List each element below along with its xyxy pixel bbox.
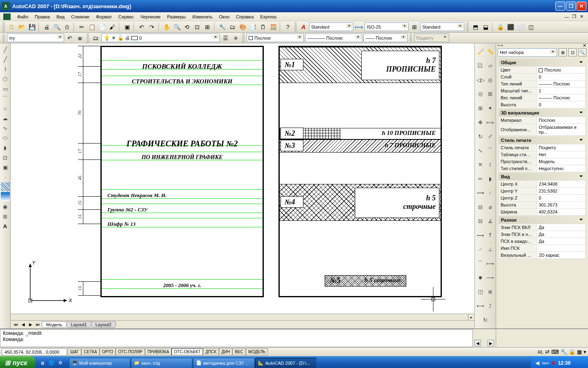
dimtedit-button[interactable]: ⤴ bbox=[486, 301, 495, 310]
text-style-select[interactable]: Standard bbox=[309, 22, 353, 31]
calc-button[interactable]: 🧮 bbox=[269, 22, 278, 31]
qdim-button[interactable]: ⤒ bbox=[486, 231, 495, 240]
prop-group-title[interactable]: Стиль печати bbox=[499, 137, 586, 144]
redo-button[interactable]: ↷ bbox=[147, 22, 156, 31]
app-menu-icon[interactable] bbox=[3, 13, 11, 20]
sheet-set-button[interactable]: 📑 bbox=[248, 22, 257, 31]
dim-style-select[interactable]: ISO-25 bbox=[365, 22, 409, 31]
mdi-close-icon[interactable]: ✕ bbox=[578, 13, 585, 20]
color-select[interactable]: Послою bbox=[247, 34, 304, 42]
drawing-text[interactable]: ПО ИНЖЕНЕРНОЙ ГРАФИКЕ bbox=[102, 154, 263, 161]
prop-value[interactable]: 234.9408 bbox=[537, 181, 586, 188]
mdi-minimize-icon[interactable]: — bbox=[564, 13, 570, 20]
dim-ord-button[interactable]: ⟟ bbox=[486, 160, 495, 169]
tray-comm-icon[interactable]: ⇄ bbox=[545, 349, 550, 355]
undo-button[interactable]: ↶ bbox=[137, 22, 146, 31]
menu-файл[interactable]: Файл bbox=[14, 13, 31, 20]
tab-модель[interactable]: Модель bbox=[42, 321, 67, 328]
drawing-text[interactable]: ПСКОВСКИЙ КОЛЛЕДЖ bbox=[102, 63, 263, 71]
copy-button[interactable]: 📋 bbox=[87, 22, 96, 31]
layer-prev-button[interactable]: ↶ bbox=[65, 34, 74, 43]
tray-nero-icon[interactable]: nero bbox=[542, 361, 549, 365]
break-button[interactable]: ⊟ bbox=[476, 202, 485, 211]
lineweight-select[interactable]: —— Послою bbox=[363, 34, 408, 42]
status-модель[interactable]: МОДЕЛЬ bbox=[246, 348, 268, 355]
coords-display[interactable]: 450.3574, 92.0206 , 0.0000 bbox=[2, 348, 67, 356]
mirror-button[interactable]: ◁▷ bbox=[476, 75, 485, 84]
extend-button[interactable]: ⟿ bbox=[476, 188, 485, 197]
ws-button[interactable]: ⬒ bbox=[471, 22, 480, 31]
status-сетка[interactable]: СЕТКА bbox=[81, 348, 100, 355]
status-орто[interactable]: ОРТО bbox=[100, 348, 116, 355]
prop-value[interactable]: 2D каркас bbox=[537, 252, 586, 259]
status-дпск[interactable]: ДПСК bbox=[203, 348, 219, 355]
line-button[interactable]: ╱ bbox=[1, 45, 10, 54]
center-button[interactable]: ⊕ bbox=[486, 287, 495, 296]
drawing-text[interactable]: Студент Некрасов М. И. bbox=[102, 192, 263, 199]
prop-value[interactable]: ——— Послою bbox=[537, 94, 586, 101]
ws3-button[interactable]: ⬛ bbox=[506, 22, 515, 31]
offset-button[interactable]: ◎ bbox=[476, 90, 485, 99]
layer-match-button[interactable]: ≡ bbox=[231, 34, 240, 43]
markup-button[interactable]: 🗒 bbox=[258, 22, 267, 31]
block-button[interactable]: ▣ bbox=[122, 22, 131, 31]
dim-ang-button[interactable]: ∡ bbox=[486, 217, 495, 226]
tray-tool-icon[interactable]: 🔧 bbox=[561, 349, 567, 355]
clock[interactable]: 12:39 bbox=[558, 360, 570, 366]
rectangle-button[interactable]: ▭ bbox=[1, 84, 10, 93]
layer-select[interactable]: my bbox=[7, 34, 64, 42]
dimedit-button[interactable]: ⟷ bbox=[476, 301, 485, 310]
drawing-canvas[interactable]: 2217701745151515 ПСКОВСКИЙ КОЛЛЕДЖСТРОИТ… bbox=[11, 43, 474, 314]
table-button[interactable]: ⊞ bbox=[1, 212, 10, 221]
dim-jog-button[interactable]: ⟋ bbox=[486, 188, 495, 197]
prop-value[interactable]: 231.5382 bbox=[537, 188, 586, 195]
dim-lin-button[interactable]: ⟼ bbox=[486, 118, 495, 127]
quick-select-button[interactable]: ⊞ bbox=[559, 48, 567, 56]
close-button[interactable]: ✕ bbox=[577, 2, 586, 11]
status-шаг[interactable]: ШАГ bbox=[68, 348, 81, 355]
text-style-button[interactable]: A bbox=[299, 22, 308, 31]
menu-слияние[interactable]: Слияние bbox=[68, 13, 93, 20]
panel-pin-icon[interactable]: ⟼ bbox=[498, 43, 503, 47]
menu-express[interactable]: Express bbox=[257, 13, 280, 20]
paste-button[interactable]: 📄 bbox=[98, 22, 107, 31]
table-style-button[interactable]: ⊞ bbox=[410, 22, 419, 31]
start-button[interactable]: ⊞пуск bbox=[0, 356, 36, 368]
scale-button[interactable]: ⤡ bbox=[476, 146, 485, 155]
mtext-button[interactable]: A bbox=[1, 222, 10, 231]
prop-value[interactable]: Отбрасываемая и пр... bbox=[537, 124, 586, 136]
selection-select[interactable]: Нет набора bbox=[498, 48, 557, 57]
dimupdate-button[interactable]: ↻ bbox=[481, 316, 490, 325]
prop-value[interactable]: Недоступно bbox=[537, 165, 586, 172]
tab-layout1[interactable]: Layout1 bbox=[66, 321, 91, 328]
prop-value[interactable]: Да bbox=[537, 231, 586, 238]
tol-button[interactable]: ◫ bbox=[476, 287, 485, 296]
maximize-button[interactable]: ❐ bbox=[566, 2, 576, 11]
prop-value[interactable]: 1 bbox=[537, 88, 586, 94]
prop-value[interactable]: 0 bbox=[537, 195, 586, 202]
status-дин[interactable]: ДИН bbox=[219, 348, 232, 355]
stretch-button[interactable]: ⤧ bbox=[476, 160, 485, 169]
menu-сервис[interactable]: Сервис bbox=[115, 13, 137, 20]
erase-button[interactable]: 🧹 bbox=[476, 47, 485, 56]
toolbar-grip[interactable] bbox=[242, 34, 245, 43]
hatch-button[interactable] bbox=[1, 182, 10, 191]
prop-value[interactable]: 301.2673 bbox=[537, 202, 586, 209]
region-button[interactable]: ◎ bbox=[486, 75, 495, 84]
cmd-scroll-left-button[interactable]: ◀ bbox=[474, 340, 481, 346]
ql-settings-icon[interactable]: ⚙ bbox=[57, 359, 64, 367]
linetype-select[interactable]: ———— Послою bbox=[305, 34, 362, 42]
area-button[interactable]: ▱ bbox=[486, 61, 495, 70]
lock-button[interactable]: 🔒 bbox=[496, 22, 505, 31]
chamfer-button[interactable]: ⟋ bbox=[476, 245, 485, 254]
save-button[interactable]: 💾 bbox=[27, 22, 36, 31]
drawing-text[interactable]: Группа 362 - СЗУ bbox=[102, 206, 263, 213]
list-button[interactable]: ⊞ bbox=[486, 90, 495, 99]
tab-next-button[interactable]: ▶ bbox=[27, 322, 34, 327]
toolbar-grip[interactable] bbox=[410, 34, 412, 43]
open-button[interactable]: 📂 bbox=[17, 22, 26, 31]
pline-button[interactable]: ⌇ bbox=[1, 65, 10, 74]
revcloud-button[interactable]: ☁ bbox=[1, 114, 10, 123]
toolbar-grip[interactable] bbox=[2, 34, 5, 43]
publish-button[interactable]: ⎙ bbox=[62, 22, 71, 31]
